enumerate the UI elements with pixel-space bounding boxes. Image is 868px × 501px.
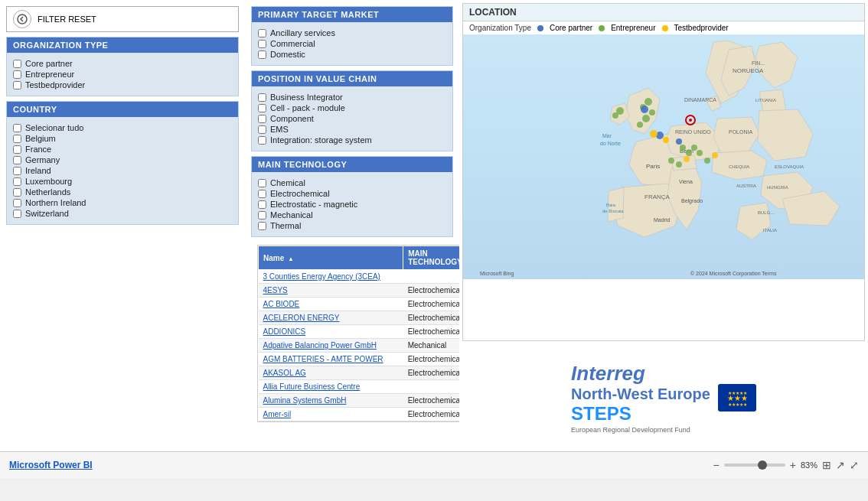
map-label-polonia: POLONIA bbox=[729, 129, 752, 135]
country-belgium[interactable]: Belgium bbox=[13, 134, 232, 143]
org-type-testbed[interactable]: Testbedprovider bbox=[13, 80, 232, 89]
org-type-entrepreneur-checkbox[interactable] bbox=[13, 70, 21, 79]
fit-page-button[interactable]: ⊞ bbox=[822, 459, 831, 471]
map-label-austria: AUSTRIA bbox=[736, 184, 756, 188]
mt-electrostatic-checkbox[interactable] bbox=[258, 200, 266, 209]
primary-target-market-header: PRIMARY TARGET MARKET bbox=[252, 7, 452, 22]
table-cell-name[interactable]: 4ESYS bbox=[259, 284, 403, 298]
table-cell-name[interactable]: ADDIONICS bbox=[259, 325, 403, 339]
map-copyright: © 2024 Microsoft Corporation Terms bbox=[690, 271, 777, 277]
mt-mechanical-checkbox[interactable] bbox=[258, 211, 266, 220]
legend-testbed-label: Testbedprovider bbox=[674, 24, 729, 32]
map-label-belgrado: Belgrado bbox=[681, 198, 703, 204]
share-button[interactable]: ↗ bbox=[836, 459, 845, 471]
pvc-business-integrator-label: Business Integrator bbox=[270, 93, 343, 102]
pvc-integration-checkbox[interactable] bbox=[258, 136, 266, 145]
table-cell-name[interactable]: 3 Counties Energy Agency (3CEA) bbox=[259, 270, 403, 284]
country-france[interactable]: France bbox=[13, 145, 232, 154]
mt-mechanical-label: Mechanical bbox=[270, 210, 313, 220]
pvc-business-integrator-checkbox[interactable] bbox=[258, 93, 266, 102]
pvc-cell-pack-checkbox[interactable] bbox=[258, 104, 266, 112]
zoom-slider[interactable] bbox=[724, 464, 785, 467]
country-luxembourg[interactable]: Luxembourg bbox=[13, 177, 232, 186]
zoom-in-button[interactable]: + bbox=[790, 459, 796, 471]
org-type-testbed-checkbox[interactable] bbox=[13, 81, 21, 89]
table-cell-name[interactable]: ACELERON ENERGY bbox=[259, 311, 403, 325]
country-france-checkbox[interactable] bbox=[13, 145, 21, 154]
map-label-madrid: Madrid bbox=[654, 217, 671, 223]
pvc-component[interactable]: Component bbox=[258, 114, 446, 123]
map-dot-testbed-2 bbox=[663, 137, 669, 143]
pvc-component-checkbox[interactable] bbox=[258, 115, 266, 123]
pvc-business-integrator[interactable]: Business Integrator bbox=[258, 93, 446, 102]
country-ireland[interactable]: Ireland bbox=[13, 166, 232, 175]
interreg-steps: STEPS bbox=[571, 403, 710, 425]
map-dot-uk-3 bbox=[649, 109, 655, 115]
country-switzerland-checkbox[interactable] bbox=[13, 210, 21, 218]
org-type-entrepreneur[interactable]: Entrepreneur bbox=[13, 70, 232, 79]
country-belgium-label: Belgium bbox=[25, 134, 56, 143]
map-label-mar-norte: Mar bbox=[602, 133, 612, 138]
mt-thermal-checkbox[interactable] bbox=[258, 222, 266, 230]
mt-thermal-label: Thermal bbox=[270, 221, 301, 230]
country-luxembourg-checkbox[interactable] bbox=[13, 177, 21, 186]
table-cell-name[interactable]: Allia Future Business Centre bbox=[259, 380, 403, 394]
country-belgium-checkbox[interactable] bbox=[13, 135, 21, 143]
country-germany[interactable]: Germany bbox=[13, 155, 232, 164]
table-cell-name[interactable]: Amer-sil bbox=[259, 408, 403, 421]
country-luxembourg-label: Luxembourg bbox=[25, 177, 72, 186]
org-type-core-partner[interactable]: Core partner bbox=[13, 59, 232, 68]
col-name[interactable]: Name ▲ bbox=[259, 246, 403, 270]
mt-electrochemical-checkbox[interactable] bbox=[258, 190, 266, 198]
country-germany-checkbox[interactable] bbox=[13, 156, 21, 164]
mt-chemical[interactable]: Chemical bbox=[258, 178, 446, 187]
pvc-ems[interactable]: EMS bbox=[258, 125, 446, 134]
table-cell-name[interactable]: Alumina Systems GmbH bbox=[259, 394, 403, 408]
mt-mechanical[interactable]: Mechanical bbox=[258, 210, 446, 220]
pvc-integration[interactable]: Integration: storage system bbox=[258, 135, 446, 145]
map-dot-ger-3 bbox=[691, 145, 697, 151]
pvc-ems-checkbox[interactable] bbox=[258, 125, 266, 134]
back-button[interactable] bbox=[13, 10, 31, 28]
mt-thermal[interactable]: Thermal bbox=[258, 221, 446, 230]
map-label-chequia: CHEQUIA bbox=[729, 164, 749, 169]
ptm-ancillary-checkbox[interactable] bbox=[258, 29, 266, 37]
mt-electrochemical[interactable]: Electrochemical bbox=[258, 189, 446, 198]
country-netherlands[interactable]: Netherlands bbox=[13, 187, 232, 197]
org-type-core-partner-checkbox[interactable] bbox=[13, 60, 21, 68]
ptm-commercial-label: Commercial bbox=[270, 39, 315, 48]
main-container: FILTER RESET ORGANIZATION TYPE Core part… bbox=[0, 0, 868, 501]
zoom-slider-thumb bbox=[758, 460, 767, 470]
zoom-out-button[interactable]: − bbox=[713, 459, 720, 471]
country-northern-ireland[interactable]: Northern Ireland bbox=[13, 198, 232, 207]
middle-panel: PRIMARY TARGET MARKET Ancillary services… bbox=[245, 0, 459, 451]
ptm-commercial-checkbox[interactable] bbox=[258, 40, 266, 48]
map-label-litua: LITUANIA bbox=[755, 98, 776, 102]
filter-reset-label: FILTER RESET bbox=[38, 15, 96, 24]
fullscreen-button[interactable]: ⤢ bbox=[850, 459, 859, 471]
mt-electrostatic[interactable]: Electrostatic - magnetic bbox=[258, 200, 446, 209]
country-northern-ireland-checkbox[interactable] bbox=[13, 199, 21, 207]
map-dot-ger-6 bbox=[704, 158, 710, 164]
mt-electrostatic-label: Electrostatic - magnetic bbox=[270, 200, 357, 209]
country-ireland-checkbox[interactable] bbox=[13, 167, 21, 175]
map-content[interactable]: NORUEGA FIN... LITUANIA DINAMARCA REINO … bbox=[463, 34, 864, 279]
ptm-ancillary[interactable]: Ancillary services bbox=[258, 28, 446, 37]
ptm-commercial[interactable]: Commercial bbox=[258, 39, 446, 48]
mt-chemical-checkbox[interactable] bbox=[258, 179, 266, 187]
table-cell-name[interactable]: AGM BATTERIES - AMTE POWER bbox=[259, 353, 403, 366]
country-selecionar[interactable]: Selecionar tudo bbox=[13, 123, 232, 132]
table-cell-name[interactable]: AC BIODE bbox=[259, 298, 403, 311]
pvc-cell-pack[interactable]: Cell - pack - module bbox=[258, 103, 446, 112]
table-cell-name[interactable]: Adpative Balancing Power GmbH bbox=[259, 339, 403, 353]
table-cell-name[interactable]: AKASOL AG bbox=[259, 366, 403, 380]
country-germany-label: Germany bbox=[25, 155, 60, 164]
country-selecionar-checkbox[interactable] bbox=[13, 124, 21, 132]
country-switzerland[interactable]: Switzerland bbox=[13, 209, 232, 218]
country-netherlands-checkbox[interactable] bbox=[13, 188, 21, 197]
ptm-domestic[interactable]: Domestic bbox=[258, 50, 446, 59]
main-technology-content: Chemical Electrochemical Electrostatic -… bbox=[252, 172, 452, 236]
ptm-domestic-checkbox[interactable] bbox=[258, 50, 266, 59]
powerbi-link[interactable]: Microsoft Power BI bbox=[9, 460, 93, 470]
country-header: COUNTRY bbox=[7, 102, 238, 117]
